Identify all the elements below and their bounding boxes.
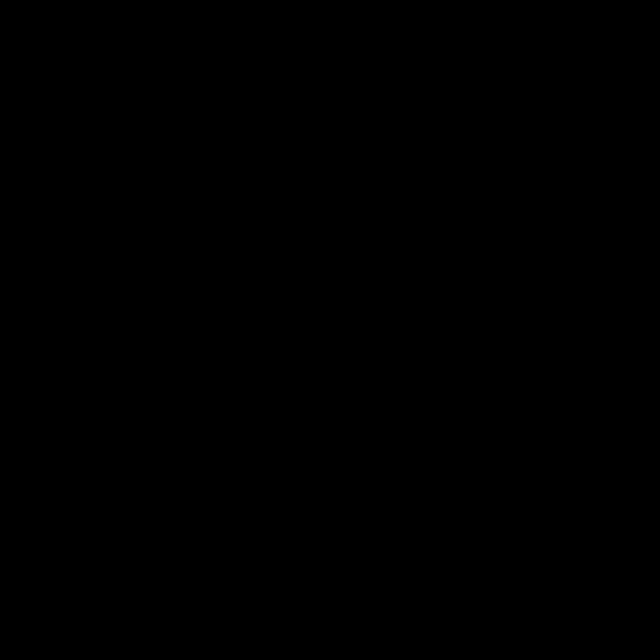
chart-area bbox=[23, 23, 621, 621]
chart-background bbox=[23, 23, 621, 621]
bottleneck-chart bbox=[23, 23, 621, 621]
